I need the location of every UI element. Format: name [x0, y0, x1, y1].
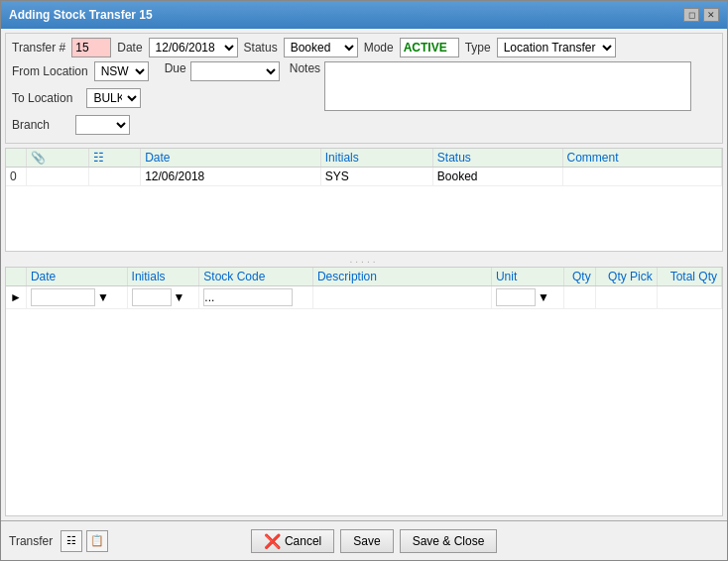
upper-col-attach: 📎 — [26, 149, 88, 168]
lower-col-unit: Unit — [491, 268, 563, 286]
row-check — [88, 168, 141, 186]
to-location-select[interactable]: BULK NSW VIC — [86, 88, 141, 108]
content-area: Transfer # Date 12/06/2018 Status Booked… — [1, 29, 727, 520]
from-location-select[interactable]: NSW VIC QLD — [94, 61, 149, 81]
lower-row-initials: ▼ — [127, 286, 199, 309]
row-date: 12/06/2018 — [141, 168, 321, 186]
footer-icons: Transfer ☷ 📋 — [9, 530, 108, 552]
lower-col-description: Description — [312, 268, 491, 286]
lower-col-totalqty: Total Qty — [657, 268, 721, 286]
status-select[interactable]: Booked Pending Complete — [284, 38, 358, 57]
lower-col-qtypick: Qty Pick — [595, 268, 657, 286]
cancel-icon: ❌ — [264, 533, 281, 549]
close-button[interactable]: ✕ — [703, 8, 719, 22]
mode-input[interactable] — [400, 38, 459, 57]
row-attach — [26, 168, 88, 186]
row-initials: SYS — [320, 168, 432, 186]
lower-table-container: Date Initials Stock Code Description Uni… — [5, 267, 723, 516]
upper-table-section: 📎 ☷ Date Initials Status Comment — [5, 148, 723, 252]
lower-date-dropdown-icon[interactable]: ▼ — [97, 290, 109, 304]
lower-col-stockcode: Stock Code — [199, 268, 313, 286]
lower-col-qty: Qty — [563, 268, 595, 286]
upper-col-status: Status — [432, 149, 562, 168]
transfer-input[interactable] — [71, 38, 111, 57]
upper-col-date: Date — [141, 149, 321, 168]
lower-row-date: ▼ — [26, 286, 127, 309]
save-label: Save — [353, 534, 380, 548]
lower-date-input[interactable] — [31, 288, 95, 306]
restore-button[interactable]: ◻ — [683, 8, 699, 22]
lower-unit-dropdown-icon[interactable]: ▼ — [538, 290, 549, 304]
upper-col-checkbox: ☷ — [88, 149, 141, 168]
save-button[interactable]: Save — [340, 529, 393, 553]
row-comment — [562, 168, 721, 186]
due-select[interactable] — [190, 61, 280, 81]
lower-table: Date Initials Stock Code Description Uni… — [6, 268, 722, 309]
lower-row-description — [312, 286, 491, 309]
footer-transfer-label: Transfer — [9, 534, 53, 548]
grid-icon: ☷ — [93, 151, 104, 165]
paperclip-icon: 📎 — [31, 151, 46, 165]
lower-row-qtypick — [595, 286, 657, 309]
lower-initials-dropdown-icon[interactable]: ▼ — [174, 290, 185, 304]
upper-col-initials: Initials — [320, 149, 432, 168]
lower-col-date: Date — [26, 268, 127, 286]
bottom-bar: Transfer ☷ 📋 ❌ Cancel Save Save & Close — [1, 520, 727, 560]
date-label: Date — [117, 41, 142, 55]
title-bar: Adding Stock Transfer 15 ◻ ✕ — [1, 1, 727, 29]
main-window: Adding Stock Transfer 15 ◻ ✕ Transfer # … — [0, 0, 728, 561]
due-label: Due — [165, 61, 186, 75]
form-row-1: Transfer # Date 12/06/2018 Status Booked… — [12, 38, 716, 57]
save-close-button[interactable]: Save & Close — [400, 529, 498, 553]
bottom-buttons: ❌ Cancel Save Save & Close — [108, 529, 640, 553]
notes-textarea[interactable] — [324, 61, 691, 111]
form-row-branch: Branch — [12, 115, 149, 135]
form-row-3: To Location BULK NSW VIC — [12, 88, 149, 108]
save-close-label: Save & Close — [413, 534, 485, 548]
lower-col-num — [6, 268, 26, 286]
lower-row-stockcode — [199, 286, 313, 309]
from-location-label: From Location — [12, 64, 88, 78]
cancel-label: Cancel — [285, 534, 321, 548]
row-num: 0 — [6, 168, 26, 186]
lower-table-section: Date Initials Stock Code Description Uni… — [5, 267, 723, 516]
window-title: Adding Stock Transfer 15 — [9, 8, 153, 22]
upper-table: 📎 ☷ Date Initials Status Comment — [6, 149, 722, 186]
mode-label: Mode — [364, 41, 394, 55]
lower-unit-input[interactable] — [496, 288, 536, 306]
branch-select[interactable] — [75, 115, 130, 135]
divider: ..... — [5, 252, 723, 267]
cancel-button[interactable]: ❌ Cancel — [251, 529, 334, 553]
window-controls: ◻ ✕ — [683, 8, 719, 22]
top-form: Transfer # Date 12/06/2018 Status Booked… — [5, 33, 723, 144]
date-select[interactable]: 12/06/2018 — [149, 38, 238, 57]
type-label: Type — [465, 41, 491, 55]
notes-label: Notes — [290, 61, 320, 75]
footer-grid-button[interactable]: ☷ — [61, 530, 82, 552]
type-select[interactable]: Location Transfer Branch Transfer — [497, 38, 616, 57]
upper-table-container: 📎 ☷ Date Initials Status Comment — [5, 148, 723, 252]
to-location-label: To Location — [12, 91, 72, 105]
row-status: Booked — [432, 168, 562, 186]
footer-copy-button[interactable]: 📋 — [86, 530, 108, 552]
upper-col-num — [6, 149, 26, 168]
status-label: Status — [244, 41, 278, 55]
transfer-label: Transfer # — [12, 41, 65, 55]
upper-table-row: 0 12/06/2018 SYS Booked — [6, 168, 722, 186]
lower-row-totalqty — [657, 286, 721, 309]
lower-row-arrow: ► — [6, 286, 26, 309]
lower-row-unit: ▼ — [491, 286, 563, 309]
branch-label: Branch — [12, 118, 50, 132]
lower-stockcode-input[interactable] — [203, 288, 293, 306]
lower-col-initials: Initials — [127, 268, 199, 286]
lower-initials-input[interactable] — [132, 288, 172, 306]
upper-col-comment: Comment — [562, 149, 721, 168]
lower-row-qty — [563, 286, 595, 309]
lower-table-row: ► ▼ ▼ — [6, 286, 722, 309]
form-row-2: From Location NSW VIC QLD — [12, 61, 149, 81]
